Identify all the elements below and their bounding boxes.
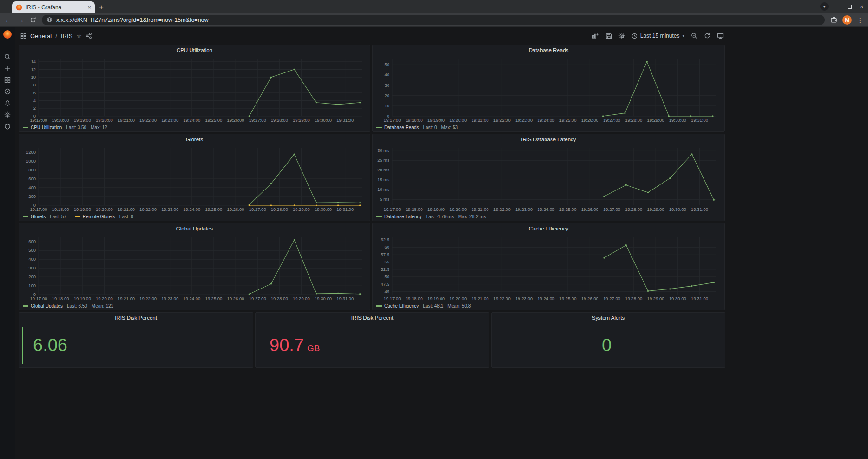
site-info-globe-icon[interactable]: [46, 17, 53, 23]
window-close-button[interactable]: ×: [860, 3, 863, 10]
add-panel-icon[interactable]: [592, 33, 599, 39]
refresh-icon[interactable]: [704, 33, 710, 39]
browser-menu-button[interactable]: ⋮: [857, 16, 863, 24]
reload-button[interactable]: [30, 17, 36, 23]
share-icon[interactable]: [85, 33, 92, 39]
chart-legend[interactable]: CPU UtilizationLast: 3.50Max: 12: [19, 124, 370, 131]
url-text[interactable]: x.x.x.x/d/KN_HZ7n7z/iris?orgId=1&from=no…: [56, 17, 209, 23]
svg-text:19:21:00: 19:21:00: [472, 207, 489, 212]
url-bar[interactable]: x.x.x.x/d/KN_HZ7n7z/iris?orgId=1&from=no…: [42, 15, 825, 25]
panel-title[interactable]: System Alerts: [492, 313, 725, 323]
grafana-app: General / IRIS ☆ Last 15 minutes ▾: [0, 27, 868, 459]
svg-text:10: 10: [384, 103, 389, 108]
dashboard-controls: Last 15 minutes ▾: [592, 33, 724, 39]
panel-title[interactable]: Database Reads: [373, 45, 724, 55]
svg-text:19:31:00: 19:31:00: [691, 118, 708, 123]
dashboards-grid-icon[interactable]: [20, 33, 26, 39]
svg-text:50: 50: [384, 274, 389, 279]
chart-legend[interactable]: Database LatencyLast: 4.79 msMax: 28.2 m…: [373, 213, 724, 220]
tv-mode-icon[interactable]: [717, 33, 724, 39]
svg-text:1000: 1000: [26, 158, 36, 164]
legend-item[interactable]: Global UpdatesLast: 6.50Mean: 121: [23, 303, 113, 308]
sidebar-item-server-admin[interactable]: [4, 123, 11, 130]
panel-title[interactable]: Glorefs: [19, 134, 370, 144]
svg-text:19:30:00: 19:30:00: [315, 207, 332, 212]
chart-panel-glorefs: Glorefs 19:17:0019:18:0019:19:0019:20:00…: [19, 134, 370, 221]
stat-value-group: 90.7GB: [270, 335, 320, 355]
svg-text:19:17:00: 19:17:00: [30, 207, 47, 212]
sidebar-item-search[interactable]: [4, 53, 11, 60]
svg-text:55: 55: [384, 259, 389, 264]
chart-legend[interactable]: GlorefsLast: 57Remote GlorefsLast: 0: [19, 213, 370, 220]
sidebar-item-dashboards[interactable]: [4, 76, 11, 84]
sidebar-item-configuration[interactable]: [4, 111, 11, 118]
maximize-button[interactable]: [848, 5, 852, 9]
breadcrumb-dashboard[interactable]: IRIS: [61, 33, 72, 39]
legend-item[interactable]: CPU UtilizationLast: 3.50Max: 12: [23, 125, 107, 130]
panel-title[interactable]: CPU Utilization: [19, 45, 370, 55]
panel-title[interactable]: IRIS Database Latency: [373, 134, 724, 144]
svg-text:100: 100: [28, 283, 36, 288]
svg-text:19:27:00: 19:27:00: [249, 296, 266, 301]
profile-avatar[interactable]: M: [842, 15, 852, 25]
tab-iris-grafana[interactable]: IRIS - Grafana ×: [12, 1, 95, 13]
stat-panel-iris-disk-size: IRIS Disk Percent 90.7GB: [255, 312, 489, 368]
chart-plot[interactable]: 19:17:0019:18:0019:19:0019:20:0019:21:00…: [375, 55, 723, 124]
chart-plot[interactable]: 19:17:0019:18:0019:19:0019:20:0019:21:00…: [21, 234, 368, 302]
chart-legend[interactable]: Global UpdatesLast: 6.50Mean: 121: [19, 302, 370, 309]
save-dashboard-icon[interactable]: [605, 33, 612, 39]
panel-title[interactable]: Global Updates: [19, 223, 370, 234]
legend-swatch: [23, 305, 28, 307]
browser-tab-strip: IRIS - Grafana × + ▾ – ×: [0, 0, 868, 13]
chart-panel-cpu-utilization: CPU Utilization 19:17:0019:18:0019:19:00…: [19, 45, 370, 132]
svg-text:57.5: 57.5: [381, 252, 390, 257]
svg-text:19:20:00: 19:20:00: [449, 207, 467, 212]
svg-text:19:19:00: 19:19:00: [74, 296, 91, 301]
legend-item[interactable]: GlorefsLast: 57: [23, 214, 66, 219]
grafana-favicon: [16, 4, 22, 11]
svg-text:62.5: 62.5: [381, 237, 390, 242]
star-icon[interactable]: ☆: [76, 33, 82, 39]
panel-title[interactable]: IRIS Disk Percent: [256, 313, 489, 323]
grafana-logo[interactable]: [3, 30, 12, 39]
dashboard-settings-icon[interactable]: [618, 33, 625, 39]
svg-text:19:24:00: 19:24:00: [537, 296, 554, 301]
breadcrumb-folder[interactable]: General: [30, 33, 52, 39]
svg-text:19:29:00: 19:29:00: [647, 296, 664, 301]
chart-plot[interactable]: 19:17:0019:18:0019:19:0019:20:0019:21:00…: [21, 144, 368, 213]
svg-text:19:23:00: 19:23:00: [515, 296, 533, 301]
extensions-icon[interactable]: [830, 16, 837, 23]
svg-text:19:23:00: 19:23:00: [161, 296, 178, 301]
tab-close-icon[interactable]: ×: [87, 4, 91, 10]
back-button[interactable]: ←: [5, 16, 12, 23]
svg-text:19:23:00: 19:23:00: [161, 118, 178, 123]
chart-legend[interactable]: Database ReadsLast: 0Max: 53: [373, 124, 724, 131]
dashboards-icon: [4, 77, 11, 83]
minimize-button[interactable]: –: [836, 3, 840, 10]
sidebar-item-alerting[interactable]: [4, 99, 11, 107]
forward-button[interactable]: →: [17, 16, 24, 23]
tab-search-button[interactable]: ▾: [820, 2, 829, 11]
sidebar-item-create[interactable]: [4, 65, 11, 72]
grafana-sidebar: [0, 27, 15, 459]
time-range-picker[interactable]: Last 15 minutes ▾: [631, 33, 684, 39]
panel-title[interactable]: Cache Efficiency: [373, 223, 724, 234]
svg-text:19:22:00: 19:22:00: [493, 296, 511, 301]
chart-legend[interactable]: Cache EfficiencyLast: 48.1Mean: 50.8: [373, 302, 724, 309]
svg-text:19:29:00: 19:29:00: [293, 296, 310, 301]
zoom-out-icon[interactable]: [691, 33, 697, 39]
chart-plot[interactable]: 19:17:0019:18:0019:19:0019:20:0019:21:00…: [375, 234, 723, 302]
new-tab-button[interactable]: +: [95, 1, 108, 13]
legend-item[interactable]: Cache EfficiencyLast: 48.1Mean: 50.8: [376, 303, 471, 308]
panel-title[interactable]: IRIS Disk Percent: [19, 313, 253, 323]
svg-text:19:30:00: 19:30:00: [669, 296, 686, 301]
legend-item[interactable]: Database LatencyLast: 4.79 msMax: 28.2 m…: [376, 214, 486, 219]
stat-value: 90.7: [270, 335, 304, 355]
legend-item[interactable]: Database ReadsLast: 0Max: 53: [376, 125, 458, 130]
chart-panel-global-updates: Global Updates 19:17:0019:18:0019:19:001…: [19, 223, 370, 310]
legend-item[interactable]: Remote GlorefsLast: 0: [75, 214, 133, 219]
sidebar-item-explore[interactable]: [4, 88, 11, 95]
chart-plot[interactable]: 19:17:0019:18:0019:19:0019:20:0019:21:00…: [375, 144, 723, 213]
chart-plot[interactable]: 19:17:0019:18:0019:19:0019:20:0019:21:00…: [21, 55, 368, 124]
svg-text:19:27:00: 19:27:00: [603, 296, 620, 301]
